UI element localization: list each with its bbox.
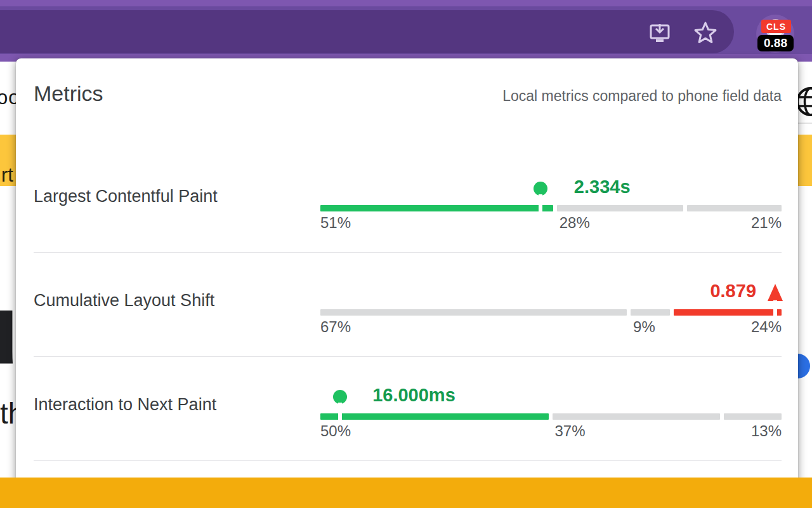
share-labels: 50%37%13% (320, 422, 782, 441)
address-bar[interactable] (0, 10, 734, 53)
bar-segment (631, 309, 669, 316)
window-frame-strip (0, 0, 812, 6)
metric-distribution-chart: 2.334s 51%28%21% (320, 149, 782, 252)
distribution-bar (320, 309, 782, 316)
share-label: 13% (751, 422, 782, 440)
arrow-up-icon (768, 284, 783, 301)
local-metric-value: 0.879 (710, 281, 756, 302)
share-label: 37% (555, 422, 586, 440)
page-text-fragment: rt (1, 164, 13, 187)
bar-segment (320, 205, 553, 211)
share-labels: 67%9%24% (320, 318, 782, 337)
local-value-overflow-arrow-marker (768, 253, 783, 316)
bar-segment (687, 205, 782, 211)
metric-distribution-chart: 16.000ms 50%37%13% (320, 357, 782, 460)
metric-distribution-chart: 0.879 67%9%24% (320, 253, 782, 356)
pin-stem (338, 403, 342, 421)
install-page-icon[interactable] (646, 19, 674, 47)
browser-toolbar: CLS 0.88 (0, 0, 812, 62)
bar-segment (674, 309, 782, 316)
share-labels: 51%28%21% (320, 214, 782, 233)
popup-title: Metrics (34, 81, 103, 106)
distribution-bar (320, 413, 782, 420)
metric-list: Largest Contentful Paint 2.334s 51%28%21… (16, 149, 798, 461)
bar-segment (557, 205, 684, 211)
metric-name: Largest Contentful Paint (34, 149, 320, 252)
cls-value-badge: 0.88 (757, 35, 794, 51)
pin-head (534, 182, 547, 196)
share-label: 28% (560, 214, 590, 232)
metric-row: Largest Contentful Paint 2.334s 51%28%21… (34, 149, 782, 253)
bar-segment (320, 413, 549, 420)
popup-header: Metrics Local metrics compared to phone … (16, 58, 798, 149)
share-label: 9% (633, 318, 655, 336)
pin-stem (539, 194, 542, 213)
local-value-pin-marker (534, 149, 547, 213)
local-metric-value: 2.334s (574, 177, 631, 197)
page-bottom-yellow-bar (0, 478, 812, 508)
metric-name: Interaction to Next Paint (34, 357, 320, 460)
web-vitals-popup: Metrics Local metrics compared to phone … (16, 58, 798, 483)
share-label: 24% (751, 318, 782, 336)
share-label: 50% (320, 422, 351, 440)
local-metric-value: 16.000ms (372, 385, 455, 406)
local-value-pin-marker (333, 357, 347, 421)
metric-row: Interaction to Next Paint 16.000ms 50%37… (34, 357, 782, 461)
cls-badge: CLS (761, 20, 791, 33)
distribution-bar (320, 205, 782, 211)
arrow-stem (773, 300, 777, 316)
bar-segment (320, 309, 627, 316)
metric-name: Cumulative Layout Shift (34, 253, 320, 356)
pin-head (333, 390, 347, 404)
bar-segment (553, 413, 721, 420)
popup-subtitle: Local metrics compared to phone field da… (502, 88, 782, 105)
share-label: 51% (320, 214, 351, 232)
share-label: 67% (320, 318, 351, 336)
bookmark-star-icon[interactable] (691, 19, 719, 47)
share-label: 21% (751, 214, 782, 232)
metric-row: Cumulative Layout Shift 0.879 67%9%24% (34, 253, 782, 357)
bar-segment (724, 413, 782, 420)
